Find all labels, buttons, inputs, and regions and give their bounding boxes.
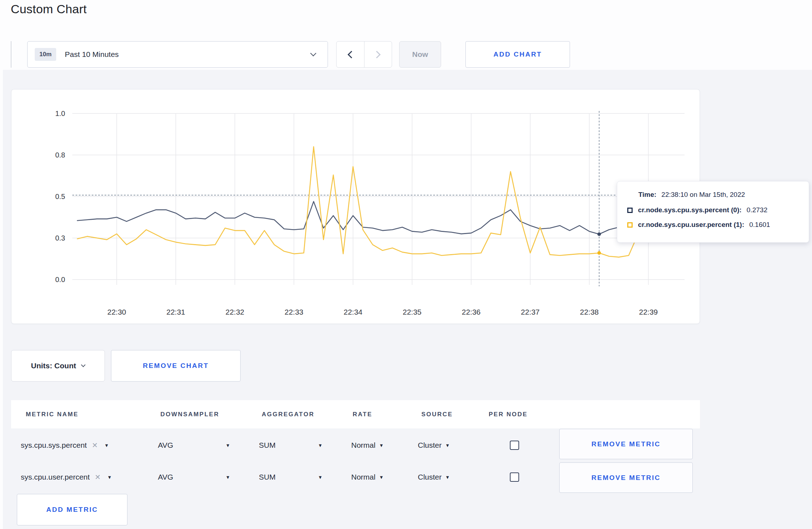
- aggregator-value: SUM: [259, 441, 276, 450]
- downsampler-caret[interactable]: ▼: [226, 439, 230, 452]
- time-forward-button[interactable]: [364, 42, 392, 67]
- page-title: Custom Chart: [11, 2, 87, 16]
- chart-card: 1.00.80.50.30.022:3022:3122:3222:3322:34…: [11, 89, 700, 324]
- aggregator-select[interactable]: SUM: [259, 439, 276, 452]
- legend-square-user-icon: [627, 222, 633, 228]
- left-edge-strip: [0, 70, 3, 529]
- clear-metric-icon[interactable]: ✕: [92, 441, 98, 450]
- tooltip-series-row: cr.node.sys.cpu.sys.percent (0): 0.2732: [627, 206, 800, 214]
- downsampler-value: AVG: [158, 441, 173, 450]
- chevron-down-icon: [81, 363, 86, 367]
- svg-text:22:35: 22:35: [403, 308, 422, 316]
- time-range-label: Past 10 Minutes: [65, 50, 119, 59]
- units-select[interactable]: Units: Count: [11, 350, 105, 382]
- rate-value: Normal: [351, 473, 376, 481]
- units-label: Units: Count: [31, 361, 76, 370]
- svg-text:0.8: 0.8: [55, 151, 65, 159]
- svg-text:22:31: 22:31: [166, 308, 185, 316]
- downsampler-select[interactable]: AVG: [158, 439, 173, 452]
- time-range-badge: 10m: [35, 48, 56, 61]
- source-select[interactable]: Cluster ▼: [418, 471, 450, 484]
- content-panel: 1.00.80.50.30.022:3022:3122:3222:3322:34…: [0, 70, 812, 529]
- cpu-chart[interactable]: 1.00.80.50.30.022:3022:3122:3222:3322:34…: [11, 89, 700, 324]
- tooltip-series-value: 0.2732: [746, 206, 767, 214]
- aggregator-caret[interactable]: ▼: [318, 439, 323, 452]
- downsampler-caret[interactable]: ▼: [226, 471, 230, 484]
- chart-tooltip: Time:22:38:10 on Mar 15th, 2022 cr.node.…: [617, 181, 809, 243]
- per-node-checkbox[interactable]: [510, 441, 519, 450]
- caret-down-icon[interactable]: ▼: [107, 475, 112, 480]
- metrics-table-header: METRIC NAME DOWNSAMPLER AGGREGATOR RATE …: [11, 400, 700, 428]
- rate-select[interactable]: Normal ▼: [351, 439, 384, 452]
- source-value: Cluster: [418, 441, 442, 450]
- chevron-left-icon: [348, 50, 355, 58]
- rate-value: Normal: [351, 441, 376, 450]
- tooltip-series-row: cr.node.sys.cpu.user.percent (1): 0.1601: [627, 221, 800, 229]
- rate-select[interactable]: Normal ▼: [351, 471, 384, 484]
- time-back-button[interactable]: [337, 42, 364, 67]
- caret-down-icon[interactable]: ▼: [104, 443, 109, 448]
- svg-text:0.0: 0.0: [55, 276, 65, 283]
- tooltip-time-label: Time:: [638, 191, 656, 198]
- svg-text:22:33: 22:33: [285, 308, 304, 316]
- col-header-metric-name: METRIC NAME: [26, 400, 78, 428]
- col-header-aggregator: AGGREGATOR: [262, 400, 314, 428]
- tooltip-series-name: cr.node.sys.cpu.user.percent (1):: [638, 221, 744, 229]
- col-header-rate: RATE: [353, 400, 372, 428]
- col-header-downsampler: DOWNSAMPLER: [160, 400, 219, 428]
- svg-text:22:34: 22:34: [344, 308, 363, 316]
- source-select[interactable]: Cluster ▼: [418, 439, 450, 452]
- svg-text:22:30: 22:30: [107, 308, 126, 316]
- downsampler-value: AVG: [158, 473, 173, 481]
- aggregator-caret[interactable]: ▼: [318, 471, 323, 484]
- tooltip-time-value: 22:38:10 on Mar 15th, 2022: [661, 191, 745, 198]
- source-value: Cluster: [418, 473, 442, 481]
- chevron-right-icon: [373, 50, 381, 58]
- svg-text:0.5: 0.5: [55, 193, 65, 200]
- clear-metric-icon[interactable]: ✕: [95, 473, 101, 481]
- now-button[interactable]: Now: [399, 41, 441, 68]
- svg-text:22:38: 22:38: [580, 308, 599, 316]
- aggregator-value: SUM: [259, 473, 276, 481]
- time-nav-group: [336, 41, 392, 68]
- metric-name-value: sys.cpu.user.percent: [21, 473, 90, 481]
- tooltip-series-value: 0.1601: [749, 221, 770, 229]
- remove-chart-button[interactable]: REMOVE CHART: [111, 350, 241, 382]
- metric-name-select[interactable]: sys.cpu.sys.percent ✕ ▼: [21, 439, 109, 452]
- col-header-source: SOURCE: [421, 400, 453, 428]
- chevron-down-icon: [310, 50, 316, 57]
- col-header-per-node: PER NODE: [489, 400, 528, 428]
- toolbar-accent-divider: [11, 41, 11, 68]
- svg-text:22:37: 22:37: [521, 308, 540, 316]
- aggregator-select[interactable]: SUM: [259, 471, 276, 484]
- svg-text:22:36: 22:36: [462, 308, 481, 316]
- legend-square-sys-icon: [627, 208, 633, 213]
- per-node-checkbox[interactable]: [510, 472, 519, 482]
- metric-name-value: sys.cpu.sys.percent: [21, 441, 87, 450]
- svg-text:22:39: 22:39: [639, 308, 658, 316]
- add-metric-button[interactable]: ADD METRIC: [17, 494, 127, 525]
- metric-name-select[interactable]: sys.cpu.user.percent ✕ ▼: [21, 471, 112, 484]
- add-chart-button[interactable]: ADD CHART: [465, 41, 570, 68]
- svg-text:22:32: 22:32: [226, 308, 245, 316]
- svg-text:0.3: 0.3: [55, 234, 65, 242]
- remove-metric-button[interactable]: REMOVE METRIC: [559, 462, 693, 493]
- tooltip-series-name: cr.node.sys.cpu.sys.percent (0):: [638, 206, 741, 214]
- svg-text:1.0: 1.0: [55, 110, 65, 117]
- time-range-select[interactable]: 10m Past 10 Minutes: [27, 41, 328, 68]
- remove-metric-button[interactable]: REMOVE METRIC: [559, 429, 693, 459]
- tooltip-time-row: Time:22:38:10 on Mar 15th, 2022: [638, 191, 800, 199]
- downsampler-select[interactable]: AVG: [158, 471, 173, 484]
